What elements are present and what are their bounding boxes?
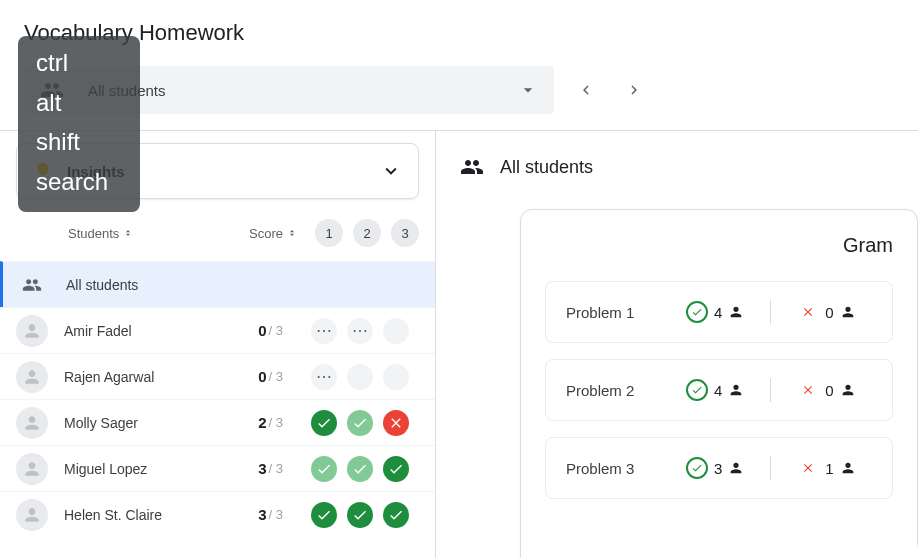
student-score: 2 [258, 414, 266, 431]
problem-chip-3[interactable]: 3 [391, 219, 419, 247]
student-score-total: / 3 [269, 369, 283, 384]
close-icon [797, 457, 819, 479]
detail-card: Gram Problem 1 4 0 Problem 2 4 0 Problem… [520, 209, 918, 558]
person-icon [728, 304, 744, 320]
page-title: Vocabulary Homework [24, 20, 894, 46]
status-correct-icon [311, 456, 337, 482]
problem-row[interactable]: Problem 1 4 0 [545, 281, 893, 343]
wrong-stat: 0 [797, 301, 855, 323]
avatar [16, 315, 48, 347]
person-icon [840, 382, 856, 398]
status-wrong-icon [383, 410, 409, 436]
student-score-total: / 3 [269, 415, 283, 430]
student-row[interactable]: Helen St. Claire 3 / 3 [0, 491, 435, 537]
key-ctrl: ctrl [36, 46, 122, 80]
card-title: Gram [545, 234, 893, 257]
students-column-header[interactable]: Students [68, 226, 133, 241]
student-row[interactable]: Amir Fadel 0 / 3 ⋯⋯ [0, 307, 435, 353]
student-score-total: / 3 [269, 461, 283, 476]
separator [770, 378, 771, 402]
status-correct-icon [311, 410, 337, 436]
key-shift: shift [36, 125, 122, 159]
wrong-stat: 0 [797, 379, 855, 401]
sort-icon [287, 227, 297, 239]
status-empty-icon [383, 318, 409, 344]
problem-chip-1[interactable]: 1 [315, 219, 343, 247]
status-correct-icon [347, 502, 373, 528]
student-row[interactable]: Miguel Lopez 3 / 3 [0, 445, 435, 491]
key-alt: alt [36, 86, 122, 120]
student-selector-label: All students [88, 82, 518, 99]
problem-name: Problem 1 [566, 304, 666, 321]
right-panel-title: All students [500, 157, 593, 178]
status-pending-icon: ⋯ [311, 318, 337, 344]
people-icon [460, 155, 484, 179]
sort-icon [123, 227, 133, 239]
status-correct-icon [347, 410, 373, 436]
wrong-count: 0 [825, 304, 833, 321]
student-name: Amir Fadel [64, 323, 258, 339]
dropdown-icon [518, 80, 538, 100]
avatar [16, 499, 48, 531]
correct-count: 4 [714, 382, 722, 399]
score-column-header[interactable]: Score [249, 226, 297, 241]
separator [770, 456, 771, 480]
next-student-button[interactable] [622, 78, 646, 102]
correct-count: 4 [714, 304, 722, 321]
correct-stat: 4 [686, 301, 744, 323]
student-score-total: / 3 [269, 507, 283, 522]
chevron-right-icon [625, 81, 643, 99]
student-name: Helen St. Claire [64, 507, 258, 523]
student-name: Rajen Agarwal [64, 369, 258, 385]
person-icon [840, 460, 856, 476]
student-row-all[interactable]: All students [0, 261, 435, 307]
person-icon [728, 460, 744, 476]
status-pending-icon: ⋯ [347, 318, 373, 344]
correct-stat: 4 [686, 379, 744, 401]
status-correct-icon [311, 502, 337, 528]
wrong-count: 0 [825, 382, 833, 399]
person-icon [840, 304, 856, 320]
avatar [16, 361, 48, 393]
key-search: search [36, 165, 122, 199]
status-correct-icon [347, 456, 373, 482]
student-name: All students [66, 277, 419, 293]
avatar [16, 453, 48, 485]
student-score: 0 [258, 368, 266, 385]
student-score: 3 [258, 460, 266, 477]
student-score: 3 [258, 506, 266, 523]
student-row[interactable]: Rajen Agarwal 0 / 3 ⋯ [0, 353, 435, 399]
close-icon [797, 379, 819, 401]
student-score: 0 [258, 322, 266, 339]
separator [770, 300, 771, 324]
check-icon [686, 457, 708, 479]
correct-count: 3 [714, 460, 722, 477]
student-name: Molly Sager [64, 415, 258, 431]
correct-stat: 3 [686, 457, 744, 479]
prev-student-button[interactable] [574, 78, 598, 102]
wrong-count: 1 [825, 460, 833, 477]
problem-name: Problem 3 [566, 460, 666, 477]
problem-row[interactable]: Problem 2 4 0 [545, 359, 893, 421]
status-empty-icon [383, 364, 409, 390]
problem-chip-2[interactable]: 2 [353, 219, 381, 247]
student-name: Miguel Lopez [64, 461, 258, 477]
status-correct-icon [383, 502, 409, 528]
status-pending-icon: ⋯ [311, 364, 337, 390]
problem-name: Problem 2 [566, 382, 666, 399]
keyboard-modifier-overlay: ctrl alt shift search [18, 36, 140, 212]
wrong-stat: 1 [797, 457, 855, 479]
person-icon [728, 382, 744, 398]
avatar [16, 407, 48, 439]
check-icon [686, 379, 708, 401]
student-row[interactable]: Molly Sager 2 / 3 [0, 399, 435, 445]
people-icon [22, 275, 42, 295]
status-correct-icon [383, 456, 409, 482]
student-score-total: / 3 [269, 323, 283, 338]
close-icon [797, 301, 819, 323]
chevron-down-icon [380, 160, 402, 182]
status-empty-icon [347, 364, 373, 390]
check-icon [686, 301, 708, 323]
chevron-left-icon [577, 81, 595, 99]
problem-row[interactable]: Problem 3 3 1 [545, 437, 893, 499]
